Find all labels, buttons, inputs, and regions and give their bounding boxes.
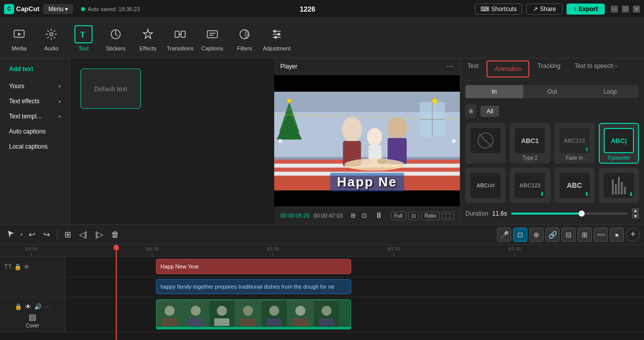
sub-tab-in[interactable]: In bbox=[465, 85, 523, 98]
duration-decrement[interactable]: ▼ bbox=[632, 214, 639, 219]
video-frame-1 bbox=[156, 300, 183, 328]
ruler-mark-0: |00:00 bbox=[25, 246, 38, 256]
toolbar-text[interactable]: T Text bbox=[68, 21, 99, 55]
anim-card-none[interactable] bbox=[465, 123, 506, 164]
fit-view-button[interactable]: ⊡ bbox=[360, 211, 369, 220]
download-icon-3: ⬇ bbox=[585, 191, 589, 197]
all-filter-button[interactable]: All bbox=[480, 106, 499, 117]
text-visibility-button[interactable]: 👁 bbox=[24, 263, 30, 270]
ratio-button[interactable]: Ratio bbox=[421, 212, 440, 220]
delete-button[interactable]: 🗑 bbox=[108, 228, 122, 241]
template-default-text[interactable]: Default text bbox=[80, 69, 141, 109]
chevron-down-icon: ▾ bbox=[58, 99, 61, 104]
trim-right-button[interactable]: |▷ bbox=[92, 228, 106, 241]
play-button[interactable]: ⏸ bbox=[373, 210, 385, 221]
anim-card-8[interactable]: ⬇ bbox=[599, 168, 639, 203]
full-button[interactable]: Full bbox=[391, 212, 406, 220]
crop-handle-left[interactable] bbox=[278, 139, 282, 143]
redo-button[interactable]: ↪ bbox=[40, 228, 53, 241]
export-button[interactable]: ↑ Export bbox=[567, 4, 605, 15]
default-text-label: Default text bbox=[94, 85, 127, 93]
anim-card-6[interactable]: ABC123 ⬇ bbox=[510, 168, 550, 203]
cover-button[interactable]: ▤ Cover bbox=[26, 312, 39, 328]
text-effects-label: Text effects bbox=[9, 98, 39, 105]
maximize-button[interactable]: □ bbox=[622, 6, 629, 13]
sub-tab-out[interactable]: Out bbox=[523, 85, 581, 98]
svg-point-38 bbox=[377, 158, 387, 164]
tab-tracking[interactable]: Tracking bbox=[530, 58, 568, 80]
subtitle-track-body: happy family together prepares tradition… bbox=[65, 277, 644, 297]
player-menu-button[interactable]: ⋯ bbox=[447, 62, 454, 71]
undo-button[interactable]: ↩ bbox=[26, 228, 38, 241]
close-button[interactable]: ✕ bbox=[633, 6, 640, 13]
text-lock-button[interactable]: 🔒 bbox=[14, 263, 22, 270]
video-clip[interactable] bbox=[156, 299, 351, 328]
add-track-button[interactable]: + bbox=[626, 228, 640, 242]
tab-text[interactable]: Text bbox=[460, 58, 486, 80]
video-lock-icon: 🔒 bbox=[15, 303, 22, 310]
toolbar-stickers[interactable]: Stickers bbox=[101, 21, 131, 55]
anim-card-type2[interactable]: ABC1 Type 2 bbox=[510, 123, 550, 164]
player-area: Player ⋯ bbox=[274, 58, 460, 224]
playhead[interactable] bbox=[116, 245, 117, 256]
fit-ratio-button[interactable]: ⊡ bbox=[408, 212, 419, 220]
menu-button[interactable]: Menu ▾ bbox=[43, 4, 73, 14]
svg-line-44 bbox=[479, 134, 492, 147]
insert-button[interactable]: ⊞ bbox=[578, 228, 592, 242]
favorites-star-icon[interactable]: ★ bbox=[465, 104, 476, 118]
tab-text-to-speech[interactable]: Text to speech › bbox=[568, 58, 624, 80]
logo-icon: C bbox=[4, 4, 14, 14]
fadein-label: Fade In bbox=[566, 155, 583, 161]
video-more-button[interactable]: ··· bbox=[45, 303, 50, 310]
link-button[interactable]: 🔗 bbox=[545, 228, 559, 242]
sidebar-item-yours[interactable]: Yours ▾ bbox=[4, 80, 66, 93]
timeline-content: |00:00 |00:30 |01:00 |01:30 |02:00 bbox=[0, 245, 644, 340]
text-clip[interactable]: Happ New Year bbox=[156, 259, 351, 274]
shortcuts-button[interactable]: ⌨ Shortcuts bbox=[475, 4, 522, 15]
toolbar-media[interactable]: Media bbox=[4, 21, 34, 55]
anim-card-5[interactable]: ABC123 bbox=[465, 168, 506, 203]
color-button[interactable]: ● bbox=[610, 228, 624, 242]
keyboard-icon: ⌨ bbox=[480, 6, 489, 13]
sidebar-item-local-captions[interactable]: Local captions bbox=[4, 140, 66, 153]
export-icon: ↑ bbox=[574, 6, 577, 13]
duration-row: Duration 11.6s ▲ ▼ bbox=[465, 208, 639, 219]
duration-increment[interactable]: ▲ bbox=[632, 208, 639, 213]
sidebar-item-text-effects[interactable]: Text effects ▾ bbox=[4, 95, 66, 108]
chevron-down-icon: ▾ bbox=[58, 114, 61, 119]
svg-rect-59 bbox=[267, 318, 282, 326]
anim-card-typewriter[interactable]: ABC| Typewriter bbox=[599, 123, 639, 164]
timeline-view-button[interactable]: ⊡ bbox=[513, 228, 527, 242]
subtitle-track-label bbox=[0, 277, 65, 297]
share-button[interactable]: ↗ Share bbox=[526, 4, 562, 15]
crop-handle-right[interactable] bbox=[452, 139, 456, 143]
toolbar-adjustment[interactable]: Adjustment bbox=[262, 21, 292, 55]
minimize-button[interactable]: — bbox=[611, 6, 618, 13]
tab-animation[interactable]: Animation bbox=[487, 60, 529, 78]
add-text-label: Add text bbox=[9, 65, 33, 73]
toolbar-audio[interactable]: Audio bbox=[36, 21, 66, 55]
toolbar-effects[interactable]: Effects bbox=[133, 21, 163, 55]
ripple-button[interactable]: ⊕ bbox=[529, 228, 543, 242]
subtitle-clip[interactable]: happy family together prepares tradition… bbox=[156, 279, 351, 294]
grid-view-button[interactable]: ⊞ bbox=[349, 211, 358, 220]
trim-left-button[interactable]: ◁| bbox=[76, 228, 90, 241]
microphone-button[interactable]: 🎤 bbox=[497, 228, 511, 242]
toolbar-captions[interactable]: Captions bbox=[197, 21, 227, 55]
split-audio-button[interactable]: ⊟ bbox=[561, 228, 576, 242]
sidebar-item-auto-captions[interactable]: Auto captions bbox=[4, 125, 66, 138]
split-button[interactable]: ⊞ bbox=[61, 228, 74, 241]
sub-tab-loop[interactable]: Loop bbox=[581, 85, 639, 98]
fullscreen-button[interactable]: ⛶ bbox=[442, 212, 454, 220]
anim-card-fadein[interactable]: ABC123 ⬇ Fade In bbox=[554, 123, 595, 164]
timeline-ruler: |00:00 |00:30 |01:00 |01:30 |02:00 bbox=[0, 245, 644, 257]
sidebar-item-text-templates[interactable]: Text templ... ▾ bbox=[4, 110, 66, 123]
main-content-area: Add text Yours ▾ Text effects ▾ Text tem… bbox=[0, 58, 644, 224]
toolbar-transitions[interactable]: Transitions bbox=[165, 21, 195, 55]
zoom-out-button[interactable]: ➖ bbox=[594, 228, 608, 242]
select-tool-button[interactable] bbox=[4, 228, 18, 242]
add-text-button[interactable]: Add text bbox=[4, 62, 66, 76]
duration-slider[interactable] bbox=[511, 213, 628, 215]
anim-card-7[interactable]: ABC ⬇ bbox=[554, 168, 595, 203]
toolbar-filters[interactable]: Filters bbox=[229, 21, 260, 55]
